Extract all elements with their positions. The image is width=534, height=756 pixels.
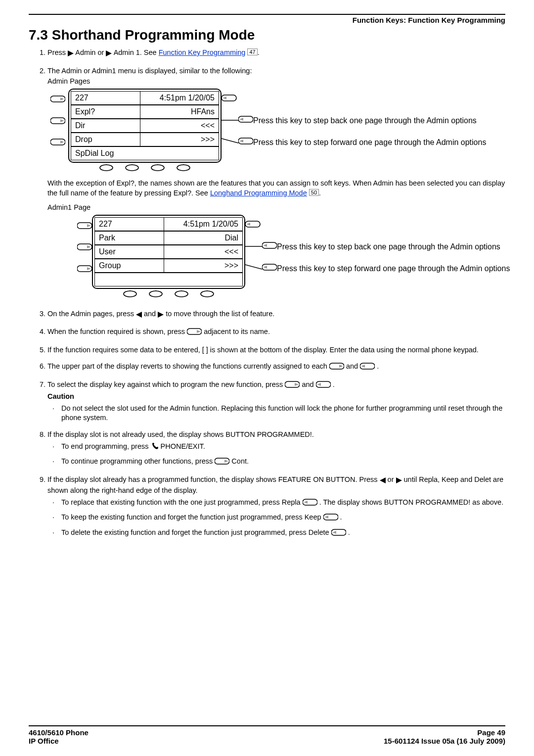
step9-b2-post: . <box>340 513 342 521</box>
lcd-cell: 4:51pm 1/20/05 <box>164 217 243 231</box>
step7-pre: To select the display key against which … <box>47 380 285 388</box>
softkey-left-icon <box>316 380 331 391</box>
step3-post: to move through the list of feature. <box>166 310 274 318</box>
step1-admin1: Admin 1. See <box>114 48 159 56</box>
step4-pre: When the function required is shown, pre… <box>47 328 187 335</box>
lcd-display: 227 4:51pm 1/20/05 Park Dial User <<< <box>92 215 245 289</box>
step9-b3-pre: To delete the existing function and forg… <box>61 528 331 536</box>
step8-b1-post: PHONE/EXIT. <box>161 442 205 450</box>
footer-right-1: Page 49 <box>477 728 505 737</box>
softkey-left-icon <box>360 362 375 373</box>
left-arrow-icon <box>380 476 386 486</box>
page-title: 7.3 Shorthand Programming Mode <box>29 27 505 43</box>
header-rule <box>29 14 505 15</box>
figure-annotation-forward: Press this key to step forward one page … <box>277 258 510 280</box>
step6-post: . <box>377 362 379 370</box>
step-6: The upper part of the display reverts to… <box>47 362 505 373</box>
lcd-cell: <<< <box>140 119 219 133</box>
step8-text: If the display slot is not already used,… <box>47 430 314 438</box>
lcd-cell: >>> <box>164 259 243 273</box>
left-arrow-icon <box>136 311 142 321</box>
lcd-cell: 4:51pm 1/20/05 <box>140 91 219 105</box>
step3-pre: On the Admin pages, press <box>47 310 136 318</box>
lcd-cell: <<< <box>164 245 243 259</box>
step9-b1-post: . The display shows BUTTON PROGRAMMED! a… <box>319 498 504 506</box>
lcd-cell: User <box>94 245 164 259</box>
footer-right-2: 15-601124 Issue 05a (16 July 2009) <box>384 737 505 745</box>
step9-bullet-2: To keep the existing function and forget… <box>61 513 505 524</box>
lcd-cell: 227 <box>94 217 164 231</box>
lcd-cell: HFAns <box>140 105 219 119</box>
svg-line-10 <box>222 139 238 143</box>
step-3: On the Admin pages, press and to move th… <box>47 309 505 321</box>
lcd-cell: Expl? <box>71 105 140 119</box>
figure-annotation-forward: Press this key to step forward one page … <box>253 132 486 153</box>
softkey-right-icon <box>262 263 277 271</box>
step8-b2-pre: To continue programming other functions,… <box>61 457 215 465</box>
lcd-cell: SpDial Log <box>71 146 219 160</box>
softkey-left-icon <box>50 117 65 125</box>
header-breadcrumb: Function Keys: Function Key Programming <box>29 16 505 24</box>
link-longhand-programming-mode[interactable]: Longhand Programming Mode <box>210 189 307 197</box>
page-footer: 4610/5610 Phone Page 49 IP Office 15-601… <box>29 725 505 745</box>
step4-post: adjacent to its name. <box>204 328 270 335</box>
footer-left-2: IP Office <box>29 737 59 745</box>
lcd-display: 227 4:51pm 1/20/05 Expl? HFAns Dir <<< <box>68 89 222 163</box>
step3-mid: and <box>144 310 158 318</box>
figure-admin-pages: 227 4:51pm 1/20/05 Expl? HFAns Dir <<< <box>47 89 505 176</box>
after-fig1-paragraph: With the exception of Expl?, the names s… <box>47 179 505 198</box>
softkey-right-icon <box>245 220 262 228</box>
softkey-right-icon <box>187 328 202 338</box>
figure-annotation-back: Press this key to step back one page thr… <box>253 110 486 132</box>
step-7: To select the display key against which … <box>47 380 505 423</box>
step-1: Press Admin or Admin 1. See Function Key… <box>47 48 505 59</box>
bottom-softkeys <box>92 289 245 302</box>
softkey-right-icon <box>238 137 253 145</box>
softkey-right-icon <box>222 94 238 102</box>
step7-bullet: Do not select the slot used for the Admi… <box>61 404 505 423</box>
step-2: The Admin or Admin1 menu is displayed, s… <box>47 66 505 302</box>
softkey-left-icon <box>77 265 92 273</box>
step8-bullet-1: To end programming, press PHONE/EXIT. <box>61 442 505 453</box>
step9-b2-pre: To keep the existing function and forget… <box>61 513 323 521</box>
step-8: If the display slot is not already used,… <box>47 430 505 468</box>
pageref-47: 47 <box>247 48 257 55</box>
right-arrow-icon <box>158 311 164 321</box>
softkey-right-icon <box>262 241 277 249</box>
softkey-left-icon <box>303 498 317 509</box>
lcd-cell: Dir <box>71 119 140 133</box>
softkey-right-icon <box>215 457 229 468</box>
softkey-left-icon <box>77 243 92 251</box>
softkey-left-icon <box>50 95 65 103</box>
lcd-cell: Drop <box>71 133 140 146</box>
link-function-key-programming[interactable]: Function Key Programming <box>159 48 246 56</box>
figure-admin1-page: 227 4:51pm 1/20/05 Park Dial User <<< <box>77 215 505 302</box>
bottom-softkeys <box>68 163 222 176</box>
right-arrow-icon <box>396 476 402 486</box>
step2-text: The Admin or Admin1 menu is displayed, s… <box>47 67 252 75</box>
step9-pre: If the display slot already has a progra… <box>47 475 380 483</box>
softkey-left-icon <box>77 222 92 230</box>
step1-post: . <box>258 48 260 56</box>
caution-label: Caution <box>47 392 74 400</box>
softkey-right-icon <box>238 115 253 123</box>
step7-mid: and <box>302 380 315 388</box>
steps-list: Press Admin or Admin 1. See Function Key… <box>29 48 505 539</box>
phone-icon <box>151 442 159 453</box>
step7-post: . <box>333 380 335 388</box>
softkey-left-icon <box>331 528 346 539</box>
lcd-cell: 227 <box>71 91 140 105</box>
step1-pre: Press <box>47 48 68 56</box>
step8-bullet-2: To continue programming other functions,… <box>61 457 505 468</box>
step9-mid: or <box>388 475 396 483</box>
lcd-cell: Park <box>94 231 164 245</box>
pageref-50: 50 <box>309 189 319 196</box>
admin1-page-label: Admin1 Page <box>47 203 505 213</box>
step9-b1-pre: To replace that existing function with t… <box>61 498 303 506</box>
after-fig1-post: . <box>319 189 321 197</box>
step-9: If the display slot already has a progra… <box>47 475 505 539</box>
step9-bullet-3: To delete the existing function and forg… <box>61 528 505 539</box>
softkey-left-icon <box>50 138 65 146</box>
lcd-cell: Dial <box>164 231 243 245</box>
play-icon <box>68 49 74 59</box>
